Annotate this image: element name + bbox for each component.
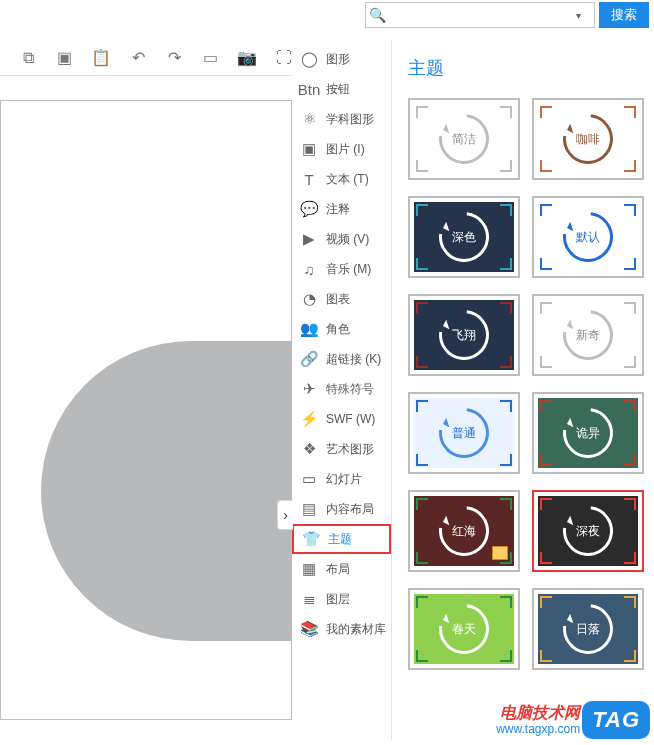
sidebar-item-15[interactable]: ▤内容布局 (292, 494, 391, 524)
sidebar-item-13[interactable]: ❖艺术图形 (292, 434, 391, 464)
search-box[interactable]: 🔍 ▾ (365, 2, 595, 28)
format-painter-icon[interactable]: ▭ (202, 48, 218, 67)
sidebar-item-label: SWF (W) (326, 412, 375, 426)
sidebar-item-16[interactable]: 👕主题 (292, 524, 391, 554)
sidebar-item-label: 艺术图形 (326, 441, 374, 458)
sidebar-icon-1: Btn (300, 80, 318, 98)
search-icon: 🔍 (366, 7, 388, 23)
theme-card-简洁[interactable]: 简洁 (408, 98, 520, 180)
undo-icon[interactable]: ↶ (130, 48, 146, 67)
sidebar-item-label: 图形 (326, 51, 350, 68)
collapse-handle[interactable]: › (277, 500, 293, 530)
canvas-shape[interactable] (41, 341, 292, 641)
toolbar: ⧉ ▣ 📋 ↶ ↷ ▭ 📷 ⛶ (0, 40, 292, 76)
sidebar-icon-17: ▦ (300, 560, 318, 578)
sidebar: ◯图形Btn按钮⚛学科图形▣图片 (I)T文本 (T)💬注释▶视频 (V)♫音乐… (292, 40, 392, 740)
sidebar-item-18[interactable]: ≣图层 (292, 584, 391, 614)
theme-label: 深色 (452, 229, 476, 246)
paste-icon[interactable]: ▣ (56, 48, 72, 67)
sidebar-icon-6: ▶ (300, 230, 318, 248)
theme-label: 飞翔 (452, 327, 476, 344)
theme-card-深色[interactable]: 深色 (408, 196, 520, 278)
theme-card-春天[interactable]: 春天 (408, 588, 520, 670)
sidebar-item-label: 按钮 (326, 81, 350, 98)
clipboard-icon[interactable]: 📋 (92, 48, 110, 67)
sidebar-item-11[interactable]: ✈特殊符号 (292, 374, 391, 404)
sidebar-item-4[interactable]: T文本 (T) (292, 164, 391, 194)
chevron-down-icon[interactable]: ▾ (576, 10, 594, 21)
sidebar-item-label: 学科图形 (326, 111, 374, 128)
top-bar: 🔍 ▾ 搜索 (365, 0, 654, 30)
sidebar-item-label: 超链接 (K) (326, 351, 381, 368)
sidebar-icon-16: 👕 (302, 530, 320, 548)
sidebar-item-3[interactable]: ▣图片 (I) (292, 134, 391, 164)
sidebar-item-14[interactable]: ▭幻灯片 (292, 464, 391, 494)
sidebar-item-17[interactable]: ▦布局 (292, 554, 391, 584)
sidebar-item-label: 视频 (V) (326, 231, 369, 248)
theme-card-新奇[interactable]: 新奇 (532, 294, 644, 376)
sidebar-icon-18: ≣ (300, 590, 318, 608)
sidebar-item-10[interactable]: 🔗超链接 (K) (292, 344, 391, 374)
sidebar-item-label: 主题 (328, 531, 352, 548)
watermark-url: www.tagxp.com (496, 722, 580, 736)
sidebar-item-label: 角色 (326, 321, 350, 338)
theme-card-日落[interactable]: 日落 (532, 588, 644, 670)
theme-card-深夜[interactable]: 深夜 (532, 490, 644, 572)
sidebar-item-label: 特殊符号 (326, 381, 374, 398)
theme-grid: 简洁咖啡深色默认飞翔新奇普通诡异红海深夜春天日落 (408, 98, 646, 670)
sidebar-icon-13: ❖ (300, 440, 318, 458)
redo-icon[interactable]: ↷ (166, 48, 182, 67)
watermark-title: 电脑技术网 (496, 703, 580, 722)
sidebar-item-1[interactable]: Btn按钮 (292, 74, 391, 104)
chevron-right-icon: › (283, 507, 288, 523)
sidebar-icon-3: ▣ (300, 140, 318, 158)
sidebar-item-6[interactable]: ▶视频 (V) (292, 224, 391, 254)
sidebar-icon-7: ♫ (300, 260, 318, 278)
sidebar-icon-8: ◔ (300, 290, 318, 308)
sidebar-item-label: 图表 (326, 291, 350, 308)
camera-icon[interactable]: 📷 (238, 48, 256, 67)
featured-badge-icon (492, 546, 508, 560)
sidebar-item-5[interactable]: 💬注释 (292, 194, 391, 224)
theme-label: 春天 (452, 621, 476, 638)
theme-label: 简洁 (452, 131, 476, 148)
theme-card-飞翔[interactable]: 飞翔 (408, 294, 520, 376)
sidebar-item-label: 图片 (I) (326, 141, 365, 158)
search-input[interactable] (388, 4, 576, 26)
theme-label: 普通 (452, 425, 476, 442)
theme-label: 深夜 (576, 523, 600, 540)
fullscreen-icon[interactable]: ⛶ (276, 49, 292, 67)
theme-card-普通[interactable]: 普通 (408, 392, 520, 474)
theme-label: 默认 (576, 229, 600, 246)
search-button[interactable]: 搜索 (599, 2, 649, 28)
sidebar-item-2[interactable]: ⚛学科图形 (292, 104, 391, 134)
sidebar-icon-14: ▭ (300, 470, 318, 488)
sidebar-icon-0: ◯ (300, 50, 318, 68)
canvas[interactable] (0, 100, 292, 720)
theme-label: 咖啡 (576, 131, 600, 148)
sidebar-item-12[interactable]: ⚡SWF (W) (292, 404, 391, 434)
theme-card-咖啡[interactable]: 咖啡 (532, 98, 644, 180)
theme-card-诡异[interactable]: 诡异 (532, 392, 644, 474)
sidebar-icon-10: 🔗 (300, 350, 318, 368)
sidebar-item-0[interactable]: ◯图形 (292, 44, 391, 74)
sidebar-item-label: 幻灯片 (326, 471, 362, 488)
sidebar-icon-11: ✈ (300, 380, 318, 398)
sidebar-icon-12: ⚡ (300, 410, 318, 428)
sidebar-item-label: 注释 (326, 201, 350, 218)
sidebar-item-label: 音乐 (M) (326, 261, 371, 278)
copy-icon[interactable]: ⧉ (20, 49, 36, 67)
sidebar-icon-4: T (300, 170, 318, 188)
sidebar-item-7[interactable]: ♫音乐 (M) (292, 254, 391, 284)
watermark: 电脑技术网 www.tagxp.com TAG (496, 701, 650, 739)
sidebar-item-9[interactable]: 👥角色 (292, 314, 391, 344)
sidebar-item-8[interactable]: ◔图表 (292, 284, 391, 314)
theme-panel: 主题 简洁咖啡深色默认飞翔新奇普通诡异红海深夜春天日落 (392, 40, 654, 740)
sidebar-item-label: 文本 (T) (326, 171, 369, 188)
theme-card-默认[interactable]: 默认 (532, 196, 644, 278)
theme-card-红海[interactable]: 红海 (408, 490, 520, 572)
sidebar-item-19[interactable]: 📚我的素材库 (292, 614, 391, 644)
watermark-tag: TAG (582, 701, 650, 739)
theme-label: 日落 (576, 621, 600, 638)
theme-label: 新奇 (576, 327, 600, 344)
